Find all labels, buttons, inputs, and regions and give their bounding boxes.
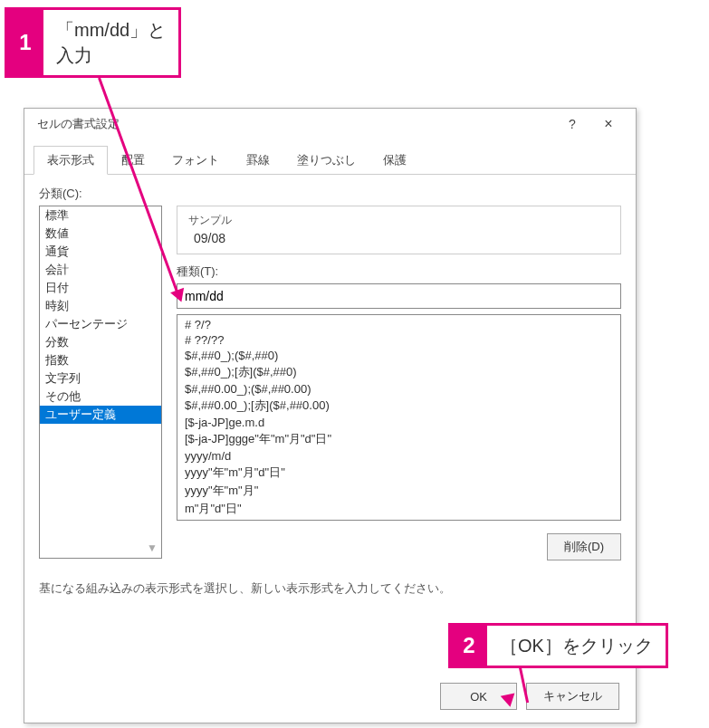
callout-1-text: 「mm/dd」と 入力 [43,10,178,75]
cancel-button[interactable]: キャンセル [526,683,619,710]
format-item[interactable]: # ??/?? [177,332,620,348]
format-listbox[interactable]: # ?/? # ??/?? $#,##0_);($#,##0) $#,##0_)… [177,314,621,521]
category-listbox[interactable]: 標準 数値 通貨 会計 日付 時刻 パーセンテージ 分数 指数 文字列 その他 … [39,206,162,559]
format-detail-panel: サンプル 09/08 種類(T): # ?/? # ??/?? $#,##0_)… [177,206,621,560]
category-item-currency[interactable]: 通貨 [40,243,161,261]
sample-box: サンプル 09/08 [177,206,621,254]
type-label: 種類(T): [177,263,621,280]
format-item[interactable]: yyyy"年"m"月" [177,482,620,500]
format-item[interactable]: # ?/? [177,317,620,332]
tab-protection[interactable]: 保護 [369,146,420,175]
type-input[interactable] [177,283,621,309]
sample-value: 09/08 [188,230,609,246]
category-item-custom[interactable]: ユーザー定義 [40,406,161,424]
tab-border[interactable]: 罫線 [233,146,283,175]
scroll-down-icon[interactable]: ▼ [147,541,158,554]
callout-1-number: 1 [7,10,43,75]
dialog-tabs: 表示形式 配置 フォント 罫線 塗りつぶし 保護 [24,139,636,175]
close-icon: × [604,116,612,132]
format-item[interactable]: [$-ja-JP]ge.m.d [177,415,620,430]
dialog-footer: OK キャンセル [440,683,619,710]
category-label: 分類(C): [39,186,621,202]
format-item[interactable]: $#,##0.00_);($#,##0.00) [177,381,620,397]
callout-2-text: ［OK］をクリック [487,626,666,666]
category-item-other[interactable]: その他 [40,388,161,406]
category-item-text[interactable]: 文字列 [40,369,161,388]
help-button[interactable]: ? [554,111,590,137]
tab-fill[interactable]: 塗りつぶし [283,146,369,175]
hint-text: 基になる組み込みの表示形式を選択し、新しい表示形式を入力してください。 [24,571,636,597]
dialog-body: 分類(C): 標準 数値 通貨 会計 日付 時刻 パーセンテージ 分数 指数 文… [24,175,636,571]
callout-1: 1 「mm/dd」と 入力 [5,7,181,78]
category-item-percentage[interactable]: パーセンテージ [40,315,161,333]
format-item[interactable]: m"月"d"日" [177,500,620,518]
category-item-standard[interactable]: 標準 [40,206,161,225]
format-item[interactable]: [$-ja-JP]ggge"年"m"月"d"日" [177,430,620,448]
category-item-time[interactable]: 時刻 [40,297,161,315]
category-item-number[interactable]: 数値 [40,225,161,243]
close-button[interactable]: × [590,111,627,137]
callout-2: 2 ［OK］をクリック [448,623,668,668]
category-item-accounting[interactable]: 会計 [40,261,161,279]
sample-label: サンプル [188,214,609,228]
category-item-scientific[interactable]: 指数 [40,351,161,369]
format-item[interactable]: $#,##0_);($#,##0) [177,348,620,363]
format-item[interactable]: $#,##0.00_);[赤]($#,##0.00) [177,397,620,415]
delete-button[interactable]: 削除(D) [547,533,621,560]
tab-font[interactable]: フォント [158,146,233,175]
format-item[interactable]: yyyy/m/d [177,448,620,464]
help-icon: ? [569,117,576,131]
format-item[interactable]: yyyy"年"m"月"d"日" [177,464,620,482]
tab-number-format[interactable]: 表示形式 [34,146,108,175]
category-item-fraction[interactable]: 分数 [40,333,161,351]
format-item[interactable]: $#,##0_);[赤]($#,##0) [177,363,620,381]
callout-2-number: 2 [451,626,487,666]
category-item-date[interactable]: 日付 [40,279,161,297]
